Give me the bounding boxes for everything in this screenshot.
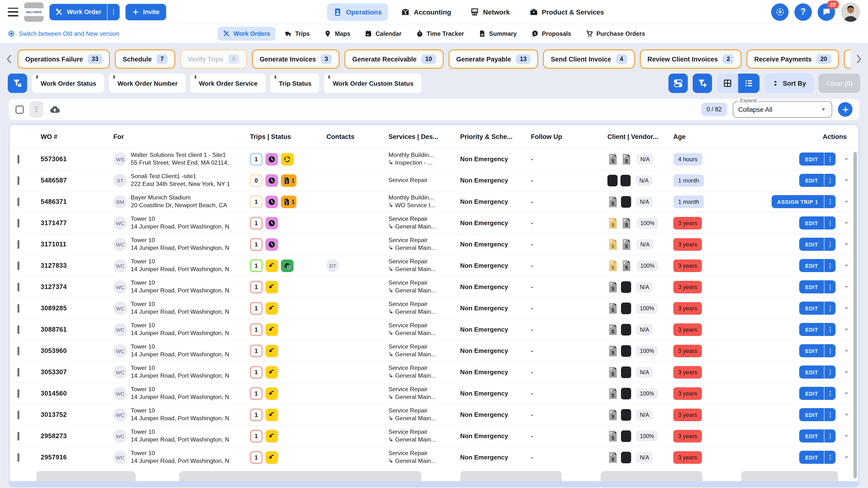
edit-button[interactable]: EDIT [800, 217, 836, 229]
user-avatar[interactable] [841, 2, 860, 22]
row-more-button[interactable] [824, 451, 836, 464]
status-badge-curve-arrow[interactable] [266, 366, 278, 378]
row-expand-caret-icon[interactable] [843, 412, 849, 418]
trip-count-badge[interactable]: 1 [250, 323, 262, 336]
sub-tab-summary[interactable]: Summary [473, 27, 522, 41]
pipeline-tab-receive-payments[interactable]: Receive Payments20 [746, 50, 839, 69]
trip-count-badge[interactable]: 1 [250, 238, 262, 251]
row-more-button[interactable] [824, 238, 836, 251]
horizontal-scrollbar[interactable] [10, 481, 858, 486]
inv-gray-icon[interactable]: $ [608, 409, 618, 420]
vendor-tile-icon[interactable] [621, 388, 631, 399]
inv-gray-icon[interactable]: $ [608, 451, 618, 463]
status-badge-box-check[interactable] [281, 259, 293, 272]
inv-gray-icon[interactable]: $ [621, 260, 631, 271]
inv-gray-icon[interactable]: $ [621, 238, 631, 250]
inv-gray-icon[interactable]: $ [608, 430, 618, 442]
main-nav-item-product-services[interactable]: Product & Services [523, 3, 610, 21]
edit-button[interactable]: EDIT [800, 451, 836, 464]
row-checkbox[interactable] [18, 240, 20, 249]
row-expand-caret-icon[interactable] [843, 220, 849, 226]
status-badge-clock[interactable] [266, 195, 278, 208]
add-work-order-button[interactable] [838, 102, 852, 117]
row-more-button[interactable] [824, 153, 836, 166]
vendor-tile-icon[interactable] [621, 281, 631, 293]
filter-chip-work-order-custom-status[interactable]: Work Order Custom Status [324, 73, 421, 93]
trip-count-badge[interactable]: 1 [250, 259, 262, 272]
vendor-tile-icon[interactable] [621, 302, 631, 314]
main-nav-item-network[interactable]: Network [464, 3, 516, 21]
edit-button[interactable]: EDIT [800, 174, 836, 187]
status-badge-clock[interactable] [266, 174, 278, 187]
status-badge-curve-arrow[interactable] [266, 302, 278, 315]
edit-button[interactable]: EDIT [800, 344, 836, 357]
edit-button[interactable]: EDIT [800, 323, 836, 336]
bulk-actions-button[interactable] [30, 101, 43, 118]
trip-count-badge[interactable]: 1 [250, 430, 262, 442]
row-checkbox[interactable] [18, 432, 20, 440]
inv-gray-icon[interactable]: $ [608, 388, 618, 399]
trip-count-badge[interactable]: 1 [250, 409, 262, 421]
grid-view-button[interactable] [717, 73, 738, 93]
status-badge-clock[interactable] [266, 238, 278, 251]
expand-select[interactable]: Expand Collapse All [733, 101, 832, 118]
vertical-scrollbar[interactable] [854, 152, 857, 478]
row-expand-caret-icon[interactable] [843, 326, 849, 333]
main-nav-item-accounting[interactable]: $Accounting [395, 3, 458, 21]
status-badge-curve-arrow[interactable] [266, 281, 278, 293]
inv-gold-icon[interactable]: $ [608, 217, 618, 229]
trip-count-badge[interactable]: 1 [250, 366, 262, 378]
row-more-button[interactable] [824, 217, 836, 229]
clear-filters-button[interactable]: Clear (0) [818, 73, 860, 93]
pipeline-tab-send-client-invoice[interactable]: Send Client Invoice4 [543, 50, 635, 69]
inv-gold-icon[interactable]: $ [608, 260, 618, 271]
vendor-tile-icon[interactable] [621, 409, 631, 420]
row-checkbox[interactable] [18, 155, 20, 163]
row-checkbox[interactable] [18, 261, 20, 270]
row-checkbox[interactable] [18, 389, 20, 398]
row-more-button[interactable] [824, 195, 836, 208]
pipeline-tab-operations-failure[interactable]: Operations Failure33 [18, 50, 110, 69]
row-checkbox[interactable] [18, 283, 20, 291]
pipeline-tab-generate-invoices[interactable]: Generate Invoices3 [252, 50, 340, 69]
edit-button[interactable]: EDIT [800, 238, 836, 251]
filter-chip-work-order-service[interactable]: Work Order Service [190, 73, 265, 93]
filter-chip-work-order-number[interactable]: Work Order Number [109, 73, 185, 93]
chevron-left-icon[interactable] [4, 54, 14, 64]
row-expand-caret-icon[interactable] [843, 369, 849, 375]
pipeline-tab-generate-receivable[interactable]: Generate Receivable10 [344, 50, 443, 69]
vendor-tile-icon[interactable] [620, 174, 631, 186]
assign-trip-button[interactable]: ASSIGN TRIP 1 [771, 195, 836, 208]
trip-count-badge[interactable]: 0 [250, 174, 262, 187]
sub-tab-proposals[interactable]: $Proposals [526, 27, 577, 41]
status-badge-clock[interactable] [266, 153, 278, 165]
row-checkbox[interactable] [18, 410, 20, 419]
row-more-button[interactable] [824, 344, 836, 357]
row-more-button[interactable] [824, 429, 836, 443]
edit-button[interactable]: EDIT [800, 408, 836, 421]
status-badge-doc-alert[interactable]: 1 [281, 195, 297, 208]
edit-button[interactable]: EDIT [800, 280, 836, 293]
row-more-button[interactable] [824, 280, 836, 293]
inv-gray-icon[interactable]: $ [621, 217, 631, 229]
list-view-button[interactable] [738, 73, 760, 93]
vendor-tile-icon[interactable] [621, 345, 631, 357]
sub-tab-time-tracker[interactable]: Time Tracker [411, 27, 469, 41]
inv-gray-icon[interactable]: $ [621, 153, 631, 165]
row-checkbox[interactable] [18, 453, 20, 462]
status-badge-curve-arrow[interactable] [266, 323, 278, 336]
pipeline-tab-follow-up-on-clier[interactable]: Follow Up on Clier [843, 50, 850, 69]
company-logo[interactable]: WALTHERS [24, 2, 43, 22]
filter-chip-trip-status[interactable]: Trip Status [270, 73, 319, 93]
help-button[interactable]: ? [795, 3, 812, 21]
row-checkbox[interactable] [18, 347, 20, 355]
contact-avatar[interactable]: DT [327, 259, 339, 272]
trip-count-badge[interactable]: 1 [250, 217, 262, 229]
edit-button[interactable]: EDIT [800, 387, 836, 400]
status-badge-curve-arrow[interactable] [266, 387, 278, 400]
row-checkbox[interactable] [18, 325, 20, 334]
sub-tab-calendar[interactable]: Calendar [360, 27, 407, 41]
row-more-button[interactable] [824, 387, 836, 400]
vendor-tile-icon[interactable] [621, 324, 631, 335]
inv-gray-icon[interactable]: $ [608, 366, 618, 378]
